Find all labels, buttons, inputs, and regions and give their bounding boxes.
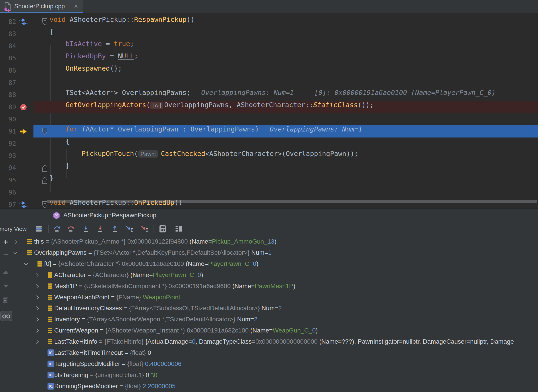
variable-text: TargetingSpeedModifier = {float} 0.40000… (54, 358, 181, 369)
code-line-89: 89GetOverlappingActors([&]OverlappingPaw… (0, 101, 538, 113)
fold-marker-icon[interactable] (42, 125, 48, 137)
struct-variable-icon (48, 317, 52, 323)
variable-row-mesh1p[interactable]: Mesh1P = {USkeletalMeshComponent *} 0x00… (13, 280, 538, 292)
tab-title: ShooterPickup.cpp (14, 0, 65, 13)
code-line-86: 86OnRespawned(); (0, 64, 538, 77)
variable-row-this[interactable]: this = {AShooterPickup_Ammo *} 0x0000019… (13, 236, 538, 247)
variable-row-currentweapon[interactable]: CurrentWeapon = {AShooterWeapon_Instant … (13, 325, 538, 336)
primitive-value-icon: 01 (48, 361, 54, 368)
collapse-chevron-icon[interactable] (24, 261, 28, 265)
frame-title: AShooterPickup::RespawnPickup (63, 209, 156, 222)
struct-variable-icon (27, 250, 32, 257)
step-over-button[interactable] (52, 224, 62, 234)
code-line-85: 85PickedUpBy = NULL; (0, 52, 538, 64)
code-line-90: 90 (0, 113, 538, 126)
code-text: for (AActor* OverlappingPawn : Overlappi… (0, 125, 538, 133)
force-run-to-cursor-button[interactable] (140, 224, 149, 234)
move-down-button[interactable] (1, 281, 11, 291)
expand-chevron-icon[interactable] (35, 295, 38, 299)
variable-row-lasttakehitinfo[interactable]: LastTakeHitInfo = {FTakeHitInfo} {Actual… (13, 336, 538, 347)
variable-row-weaponattachpoint[interactable]: WeaponAttachPoint = {FName} WeaponPoint (13, 292, 538, 303)
code-line-82: 82void AShooterPickup::RespawnPickup() (0, 16, 538, 28)
add-watch-button[interactable] (1, 237, 11, 247)
fold-marker-icon[interactable] (42, 174, 48, 186)
code-text: PickupOnTouch(Pawn:CastChecked<AShooterC… (0, 150, 538, 158)
expand-chevron-icon[interactable] (35, 328, 38, 332)
primitive-value-icon: 01 (48, 372, 54, 379)
code-text: bIsActive = true; (0, 40, 538, 48)
struct-variable-icon (48, 328, 52, 334)
variable-row-lasttakehittimetimeout[interactable]: 01LastTakeHitTimeTimeout = {float} 0 (13, 347, 538, 358)
expand-chevron-icon[interactable] (35, 340, 38, 344)
move-up-button[interactable] (1, 267, 11, 277)
code-text: { (0, 28, 538, 36)
struct-variable-icon (27, 239, 32, 245)
line-number[interactable]: 87 (0, 77, 16, 89)
inline-param-hint: [&] (150, 102, 163, 109)
menu-icon[interactable] (34, 224, 44, 234)
struct-variable-icon (48, 294, 52, 301)
variable-row-defaultinventoryclasses[interactable]: DefaultInventoryClasses = {TArray<TSubcl… (13, 303, 538, 314)
remove-watch-button[interactable] (1, 249, 11, 259)
variable-row-inventory[interactable]: Inventory = {TArray<AShooterWeapon *,TSi… (13, 314, 538, 325)
editor-tab-bar: ShooterPickup.cpp × (0, 0, 538, 13)
fold-marker-icon[interactable] (42, 162, 48, 174)
layout-button[interactable] (174, 224, 184, 234)
expand-chevron-icon[interactable] (35, 306, 38, 310)
tab-shooterpickup-cpp[interactable]: ShooterPickup.cpp × (0, 0, 83, 13)
stack-frame[interactable]: AShooterPickup::RespawnPickup (0, 209, 538, 222)
variable-text: this = {AShooterPickup_Ammo *} 0x0000019… (34, 236, 276, 247)
variable-row-0[interactable]: [0] = {AShooterCharacter *} 0x00000191a6… (13, 258, 538, 269)
primitive-value-icon: 01 (48, 350, 54, 357)
line-number[interactable]: 90 (0, 113, 16, 126)
cpp-file-icon (4, 2, 11, 13)
memory-view-label[interactable]: Memory View (0, 222, 27, 235)
svg-text:01: 01 (49, 373, 53, 377)
step-into-button[interactable] (81, 224, 91, 234)
line-number[interactable]: 96 (0, 186, 16, 199)
variable-text: DefaultInventoryClasses = {TArray<TSubcl… (54, 303, 282, 314)
code-line-87: 87 (0, 77, 538, 89)
evaluate-button[interactable] (158, 224, 167, 234)
variable-text: LastTakeHitTimeTimeout = {float} 0 (54, 347, 151, 358)
show-watches-button[interactable] (0, 311, 12, 321)
horizontal-scrollbar[interactable] (47, 200, 537, 203)
force-step-into-button[interactable] (95, 224, 105, 234)
method-frame-icon (53, 211, 60, 220)
variable-text: ACharacter = {ACharacter} (Name=PlayerPa… (54, 269, 203, 280)
code-editor[interactable]: 82void AShooterPickup::RespawnPickup()83… (0, 13, 538, 208)
fold-marker-icon[interactable] (42, 16, 48, 28)
struct-variable-icon (48, 272, 52, 279)
duplicate-watch-button[interactable] (1, 295, 11, 305)
variable-row-bistargeting[interactable]: 01bIsTargeting = {unsigned char:1} 0 '\0… (13, 369, 538, 381)
svg-text:01: 01 (49, 384, 53, 388)
code-text: { (0, 137, 538, 145)
code-line-92: 92{ (0, 137, 538, 150)
variable-text: RunningSpeedModifier = {float} 2.2000000… (54, 381, 176, 392)
variable-row-overlappingpawns[interactable]: OverlappingPawns = {TSet<AActor *,Defaul… (13, 247, 538, 258)
variable-row-acharacter[interactable]: ACharacter = {ACharacter} (Name=PlayerPa… (13, 269, 538, 280)
code-line-93: 93PickupOnTouch(Pawn:CastChecked<AShoote… (0, 150, 538, 162)
variable-row-targetingspeedmodifier[interactable]: 01TargetingSpeedModifier = {float} 0.400… (13, 358, 538, 369)
toolbar-separator (48, 225, 49, 233)
variable-row-runningspeedmodifier[interactable]: 01RunningSpeedModifier = {float} 2.20000… (13, 381, 538, 392)
variable-text: OverlappingPawns = {TSet<AActor *,Defaul… (34, 247, 272, 258)
code-line-96: 96 (0, 186, 538, 199)
primitive-value-icon: 01 (48, 383, 54, 390)
collapse-chevron-icon[interactable] (13, 250, 17, 254)
run-to-cursor-button[interactable] (124, 224, 134, 234)
step-out-button[interactable] (110, 224, 120, 234)
tab-close-icon[interactable]: × (74, 0, 78, 13)
force-step-over-button[interactable] (66, 224, 76, 234)
variable-text: [0] = {AShooterCharacter *} 0x00000191a6… (44, 258, 258, 269)
expand-chevron-icon[interactable] (35, 284, 38, 288)
expand-chevron-icon[interactable] (35, 317, 38, 321)
variable-text: bIsTargeting = {unsigned char:1} 0 '\0' (54, 369, 159, 381)
code-text: OnRespawned(); (0, 64, 538, 72)
expand-chevron-icon[interactable] (13, 240, 17, 244)
debugger-inline-hint: OverlappingPawns: Num=1 (201, 89, 294, 97)
struct-variable-icon (48, 339, 52, 345)
expand-chevron-icon[interactable] (35, 273, 38, 277)
code-text: TSet<AActor*> OverlappingPawns;Overlappi… (0, 89, 538, 97)
code-line-91: 91for (AActor* OverlappingPawn : Overlap… (0, 125, 538, 137)
